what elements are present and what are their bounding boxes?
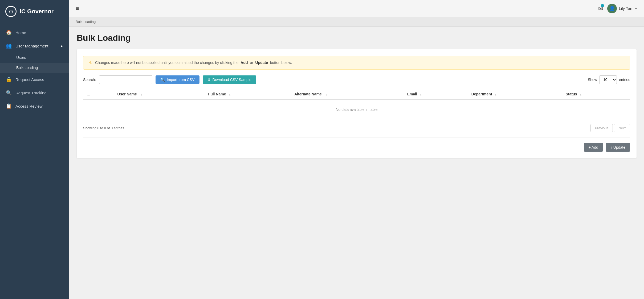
main-card: ⚠ Changes made here will not be applied … — [77, 49, 637, 158]
table-header-email[interactable]: Email ↑↓ — [403, 89, 468, 100]
avatar-icon: 👤 — [609, 6, 615, 11]
bulk-loading-label: Bulk Loading — [16, 66, 38, 70]
data-table: User Name ↑↓ Full Name ↑↓ Alternate Name… — [83, 89, 630, 119]
topbar: ≡ ✉ 👤 Lily Tan ▼ — [69, 0, 644, 17]
table-header-row: User Name ↑↓ Full Name ↑↓ Alternate Name… — [83, 89, 630, 100]
user-menu[interactable]: 👤 Lily Tan ▼ — [607, 4, 638, 13]
table-empty-row: No data available in table — [83, 100, 630, 119]
sidebar-item-request-tracking[interactable]: 🔍 Request Tracking — [0, 86, 69, 99]
alert-text: Changes made here will not be applied un… — [95, 60, 292, 65]
users-label: Users — [16, 55, 26, 60]
sidebar-item-request-access-label: Request Access — [15, 77, 44, 82]
alert-bold-update: Update — [255, 60, 268, 65]
table-wrapper: User Name ↑↓ Full Name ↑↓ Alternate Name… — [83, 89, 630, 119]
sidebar-item-access-review[interactable]: 📋 Access Review — [0, 99, 69, 113]
request-tracking-icon: 🔍 — [6, 90, 12, 96]
sidebar-logo: ⊙ IC Governor — [0, 0, 69, 23]
sidebar-item-access-review-label: Access Review — [15, 104, 43, 108]
sort-status-icon: ↑↓ — [580, 93, 582, 96]
logo-icon: ⊙ — [5, 6, 17, 17]
search-input[interactable] — [99, 75, 152, 84]
sidebar-item-home[interactable]: 🏠 Home — [0, 26, 69, 39]
sort-username-icon: ↑↓ — [140, 93, 142, 96]
sort-altname-icon: ↑↓ — [324, 93, 327, 96]
table-header-department[interactable]: Department ↑↓ — [468, 89, 562, 100]
breadcrumb: Bulk Loading — [69, 17, 644, 27]
table-body: No data available in table — [83, 100, 630, 119]
sidebar-item-user-management-label: User Management — [15, 44, 48, 48]
request-access-icon: 🔒 — [6, 76, 12, 82]
sidebar-item-request-access[interactable]: 🔒 Request Access — [0, 73, 69, 86]
import-icon: 🔍 — [160, 78, 165, 82]
user-dropdown-arrow: ▼ — [634, 7, 638, 10]
select-all-checkbox[interactable] — [87, 92, 90, 95]
update-button[interactable]: ↑ Update — [606, 143, 630, 152]
pagination: Previous Next — [590, 124, 630, 132]
warning-icon: ⚠ — [88, 60, 92, 66]
download-csv-button[interactable]: ⬇ Download CSV Sample — [203, 75, 256, 84]
toolbar-right: Show 10 25 50 100 entries — [588, 75, 630, 84]
add-button[interactable]: + Add — [584, 143, 603, 152]
topbar-left: ≡ — [76, 5, 79, 12]
import-csv-button[interactable]: 🔍 Import from CSV — [156, 75, 199, 84]
sidebar-item-request-tracking-label: Request Tracking — [15, 91, 47, 95]
toolbar-left: Search: 🔍 Import from CSV ⬇ Download CSV… — [83, 75, 256, 84]
entries-label: entries — [619, 78, 630, 82]
content-inner: Bulk Loading ⚠ Changes made here will no… — [69, 27, 644, 164]
show-label: Show — [588, 78, 597, 82]
sort-email-icon: ↑↓ — [420, 93, 423, 96]
sidebar-item-user-management[interactable]: 👥 User Management ▲ — [0, 39, 69, 52]
search-label: Search: — [83, 78, 96, 82]
action-footer: + Add ↑ Update — [83, 138, 630, 152]
hamburger-menu[interactable]: ≡ — [76, 5, 79, 12]
table-footer: Showing 0 to 0 of 0 entries Previous Nex… — [83, 124, 630, 132]
content-area: Bulk Loading Bulk Loading ⚠ Changes made… — [69, 17, 644, 299]
user-management-icon: 👥 — [6, 43, 12, 49]
sidebar: ⊙ IC Governor 🏠 Home 👥 User Management ▲… — [0, 0, 69, 299]
sidebar-item-home-label: Home — [15, 30, 26, 35]
notification-badge — [601, 4, 604, 7]
user-avatar: 👤 — [607, 4, 617, 13]
previous-button[interactable]: Previous — [590, 124, 613, 132]
expand-icon: ▲ — [60, 44, 63, 48]
main-area: ≡ ✉ 👤 Lily Tan ▼ Bulk Loading Bulk Loadi… — [69, 0, 644, 299]
home-icon: 🏠 — [6, 30, 12, 35]
notification-icon[interactable]: ✉ — [598, 5, 603, 12]
show-select[interactable]: 10 25 50 100 — [599, 75, 617, 84]
sidebar-nav: 🏠 Home 👥 User Management ▲ Users Bulk Lo… — [0, 23, 69, 299]
page-title: Bulk Loading — [77, 33, 637, 43]
table-header-status[interactable]: Status ↑↓ — [562, 89, 630, 100]
sort-department-icon: ↑↓ — [495, 93, 498, 96]
toolbar: Search: 🔍 Import from CSV ⬇ Download CSV… — [83, 75, 630, 84]
user-name: Lily Tan — [619, 6, 633, 11]
sort-fullname-icon: ↑↓ — [229, 93, 231, 96]
table-header-username[interactable]: User Name ↑↓ — [114, 89, 205, 100]
alert-bold-add: Add — [241, 60, 248, 65]
table-header-checkbox — [83, 89, 114, 100]
alert-warning: ⚠ Changes made here will not be applied … — [83, 56, 630, 70]
table-header-altname[interactable]: Alternate Name ↑↓ — [291, 89, 403, 100]
table-header-fullname[interactable]: Full Name ↑↓ — [205, 89, 291, 100]
sidebar-subitem-users[interactable]: Users — [0, 52, 69, 63]
download-icon: ⬇ — [207, 78, 211, 82]
next-button[interactable]: Next — [614, 124, 630, 132]
access-review-icon: 📋 — [6, 103, 12, 109]
table-empty-message: No data available in table — [83, 100, 630, 119]
topbar-right: ✉ 👤 Lily Tan ▼ — [598, 4, 638, 13]
app-title: IC Governor — [20, 8, 54, 15]
showing-entries-text: Showing 0 to 0 of 0 entries — [83, 126, 124, 130]
sidebar-subitem-bulk-loading[interactable]: Bulk Loading — [0, 63, 69, 73]
